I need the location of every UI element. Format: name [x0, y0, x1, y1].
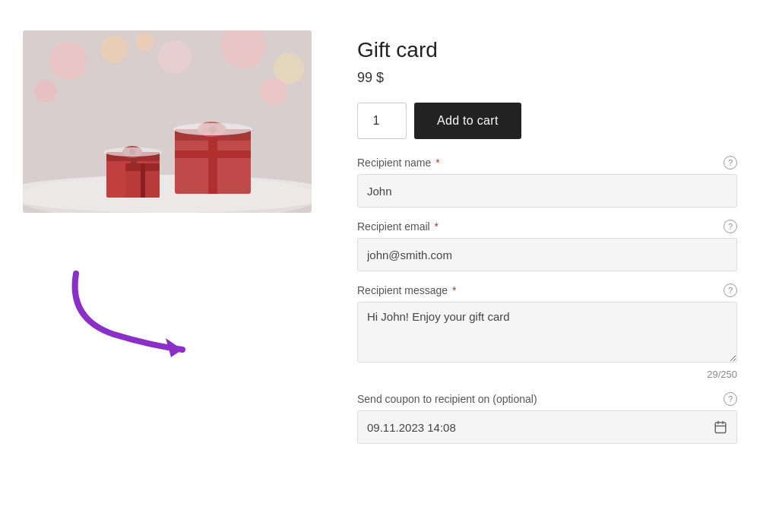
svg-point-27	[104, 147, 162, 157]
recipient-name-help-icon[interactable]: ?	[724, 156, 737, 169]
svg-point-2	[100, 36, 128, 63]
quantity-input[interactable]	[357, 103, 407, 139]
recipient-message-label: Recipient message *	[357, 284, 456, 296]
send-coupon-help-icon[interactable]: ?	[724, 392, 737, 406]
recipient-name-label-row: Recipient name * ?	[357, 156, 737, 169]
required-indicator: *	[432, 157, 439, 169]
datetime-input-row[interactable]: 09.11.2023 14:08	[357, 410, 737, 444]
arrow-container	[53, 258, 220, 380]
send-coupon-label: Send coupon to recipient on (optional)	[357, 393, 537, 405]
svg-point-7	[135, 33, 154, 51]
product-price: 99 $	[357, 70, 737, 86]
add-to-cart-button[interactable]: Add to cart	[414, 103, 521, 139]
send-coupon-field: Send coupon to recipient on (optional) ?…	[357, 392, 737, 444]
required-indicator: *	[449, 284, 456, 296]
svg-point-8	[260, 78, 287, 105]
recipient-name-field: Recipient name * ?	[357, 156, 737, 207]
datetime-value: 09.11.2023 14:08	[367, 421, 456, 434]
product-title: Gift card	[357, 38, 737, 62]
recipient-email-label: Recipient email *	[357, 220, 439, 233]
svg-point-6	[34, 80, 57, 103]
svg-point-1	[49, 42, 87, 80]
quantity-cart-row: Add to cart	[357, 103, 737, 139]
recipient-name-label: Recipient name *	[357, 157, 440, 169]
recipient-email-label-row: Recipient email * ?	[357, 220, 737, 233]
page-container: Gift card 99 $ Add to cart Recipient nam…	[0, 0, 760, 532]
calendar-icon	[714, 420, 727, 434]
svg-point-3	[158, 40, 192, 74]
svg-rect-13	[208, 129, 217, 194]
recipient-message-field: Recipient message * ? Hi John! Enjoy you…	[357, 283, 737, 380]
svg-point-10	[23, 175, 312, 213]
recipient-message-help-icon[interactable]: ?	[724, 283, 737, 297]
required-indicator: *	[432, 220, 439, 233]
right-panel: Gift card 99 $ Add to cart Recipient nam…	[357, 30, 737, 502]
recipient-message-label-row: Recipient message * ?	[357, 283, 737, 297]
send-coupon-label-row: Send coupon to recipient on (optional) ?	[357, 392, 737, 406]
left-panel	[23, 30, 319, 502]
recipient-name-input[interactable]	[357, 174, 737, 207]
svg-rect-29	[715, 423, 726, 433]
recipient-email-field: Recipient email * ?	[357, 220, 737, 271]
svg-rect-14	[175, 150, 251, 158]
recipient-email-help-icon[interactable]: ?	[724, 220, 737, 233]
recipient-message-textarea[interactable]: Hi John! Enjoy your gift card	[357, 302, 737, 363]
product-image	[23, 30, 312, 213]
svg-rect-25	[141, 163, 145, 198]
recipient-email-input[interactable]	[357, 238, 737, 271]
char-count: 29/250	[357, 369, 737, 380]
svg-point-26	[173, 123, 252, 135]
